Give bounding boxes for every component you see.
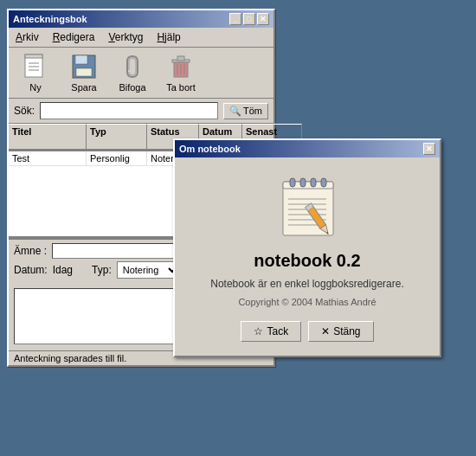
stang-label: Stäng (333, 325, 360, 337)
about-app-name: notebook 0.2 (254, 251, 360, 271)
amne-label: Ämne : (14, 245, 47, 257)
tabort-icon (167, 53, 195, 80)
close-button[interactable]: ✕ (257, 13, 269, 25)
search-label: Sök: (14, 105, 35, 117)
tack-button[interactable]: ☆ Tack (241, 321, 301, 342)
notebook-app-icon (273, 175, 342, 244)
search-clear-label: Töm (243, 106, 262, 116)
about-content: notebook 0.2 Notebook är en enkel loggbo… (175, 157, 440, 356)
svg-rect-19 (321, 178, 326, 187)
about-buttons: ☆ Tack ✕ Stäng (241, 321, 373, 342)
menu-arkiv[interactable]: Arkiv (12, 29, 42, 45)
typ-select[interactable]: Notering Uppgift Händelse (117, 261, 180, 279)
spara-button[interactable]: Spara (62, 51, 106, 94)
tack-icon: ☆ (254, 325, 263, 337)
svg-rect-10 (177, 56, 184, 61)
stang-button[interactable]: ✕ Stäng (308, 321, 373, 342)
about-dialog-title: Om notebook (179, 144, 241, 154)
svg-rect-7 (76, 68, 92, 76)
title-bar-buttons: _ □ ✕ (229, 13, 269, 25)
datum-value: Idag (53, 264, 73, 276)
bifoga-button[interactable]: Bifoga (111, 51, 154, 94)
about-close-button[interactable]: ✕ (423, 143, 435, 155)
cell-titel: Test (9, 151, 87, 165)
search-bar: Sök: 🔍 Töm (9, 99, 273, 124)
status-text: Anteckning sparades till fil. (14, 353, 126, 363)
spara-icon (70, 53, 98, 80)
stang-icon: ✕ (321, 325, 330, 337)
search-clear-icon: 🔍 (229, 106, 241, 117)
svg-rect-18 (311, 178, 316, 187)
about-description: Notebook är en enkel loggboksredigerare. (210, 278, 403, 290)
tabort-label: Ta bort (166, 82, 196, 93)
main-window-title: Anteckningsbok (13, 14, 87, 24)
menu-hjalp[interactable]: Hjälp (153, 29, 183, 45)
menu-bar: Arkiv Redigera Verktyg Hjälp (9, 28, 273, 48)
svg-rect-17 (300, 178, 306, 187)
bifoga-label: Bifoga (119, 82, 145, 93)
cell-typ: Personlig (87, 151, 147, 165)
search-clear-button[interactable]: 🔍 Töm (223, 103, 268, 119)
spara-label: Spara (71, 82, 96, 93)
typ-label: Typ: (92, 264, 112, 276)
col-typ: Typ (87, 124, 147, 151)
maximize-button[interactable]: □ (243, 13, 255, 25)
about-title-bar: Om notebook ✕ (175, 140, 440, 157)
bifoga-icon (119, 53, 146, 80)
menu-verktyg[interactable]: Verktyg (105, 29, 146, 45)
about-copyright: Copyright © 2004 Mathias André (238, 297, 376, 307)
about-dialog: Om notebook ✕ (173, 138, 441, 357)
svg-rect-1 (25, 55, 42, 58)
search-input[interactable] (40, 102, 218, 119)
ny-icon (22, 53, 49, 80)
tack-label: Tack (267, 325, 288, 337)
datum-label: Datum: (14, 264, 48, 276)
minimize-button[interactable]: _ (229, 13, 241, 25)
menu-redigera[interactable]: Redigera (49, 29, 99, 45)
svg-rect-6 (75, 55, 87, 64)
toolbar: Ny Spara Bifoga (9, 48, 273, 99)
ny-button[interactable]: Ny (14, 51, 57, 94)
tabort-button[interactable]: Ta bort (159, 51, 203, 94)
col-titel: Titel (9, 124, 87, 151)
ny-label: Ny (29, 82, 41, 93)
main-title-bar: Anteckningsbok _ □ ✕ (9, 10, 273, 28)
svg-rect-16 (290, 178, 295, 187)
